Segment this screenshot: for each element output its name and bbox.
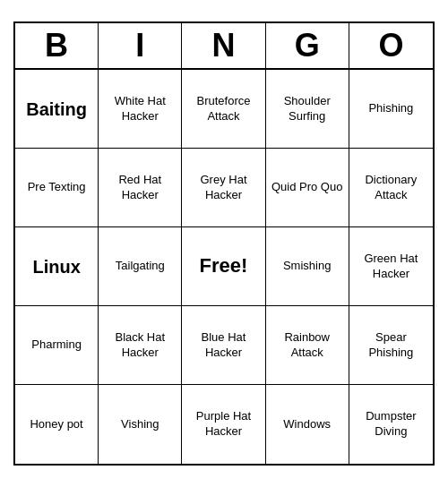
bingo-cell-18[interactable]: Rainbow Attack [266, 306, 349, 385]
bingo-cell-13[interactable]: Smishing [266, 227, 349, 306]
bingo-cell-5[interactable]: Pre Texting [15, 149, 99, 227]
bingo-grid: BaitingWhite Hat HackerBruteforce Attack… [15, 70, 433, 464]
header-letter-o: O [349, 23, 433, 68]
header-letter-n: N [182, 23, 265, 68]
bingo-cell-21[interactable]: Vishing [99, 385, 182, 464]
bingo-cell-16[interactable]: Black Hat Hacker [99, 306, 182, 385]
bingo-cell-7[interactable]: Grey Hat Hacker [182, 149, 265, 227]
bingo-cell-10[interactable]: Linux [15, 227, 99, 306]
bingo-cell-12[interactable]: Free! [182, 227, 265, 306]
header-letter-g: G [266, 23, 349, 68]
bingo-cell-8[interactable]: Quid Pro Quo [266, 149, 349, 227]
bingo-cell-14[interactable]: Green Hat Hacker [349, 227, 433, 306]
bingo-cell-11[interactable]: Tailgating [99, 227, 182, 306]
bingo-cell-22[interactable]: Purple Hat Hacker [182, 385, 265, 464]
bingo-cell-1[interactable]: White Hat Hacker [99, 70, 182, 149]
bingo-cell-20[interactable]: Honey pot [15, 385, 99, 464]
bingo-cell-2[interactable]: Bruteforce Attack [182, 70, 265, 149]
bingo-cell-9[interactable]: Dictionary Attack [349, 149, 433, 227]
header-letter-b: B [15, 23, 99, 68]
bingo-cell-19[interactable]: Spear Phishing [349, 306, 433, 385]
bingo-cell-17[interactable]: Blue Hat Hacker [182, 306, 265, 385]
bingo-cell-0[interactable]: Baiting [15, 70, 99, 149]
bingo-card: BINGO BaitingWhite Hat HackerBruteforce … [13, 21, 435, 466]
bingo-cell-6[interactable]: Red Hat Hacker [99, 149, 182, 227]
header-letter-i: I [99, 23, 182, 68]
bingo-cell-23[interactable]: Windows [266, 385, 349, 464]
bingo-cell-3[interactable]: Shoulder Surfing [266, 70, 349, 149]
bingo-cell-15[interactable]: Pharming [15, 306, 99, 385]
bingo-cell-24[interactable]: Dumpster Diving [349, 385, 433, 464]
bingo-header: BINGO [15, 23, 433, 70]
bingo-cell-4[interactable]: Phishing [349, 70, 433, 149]
